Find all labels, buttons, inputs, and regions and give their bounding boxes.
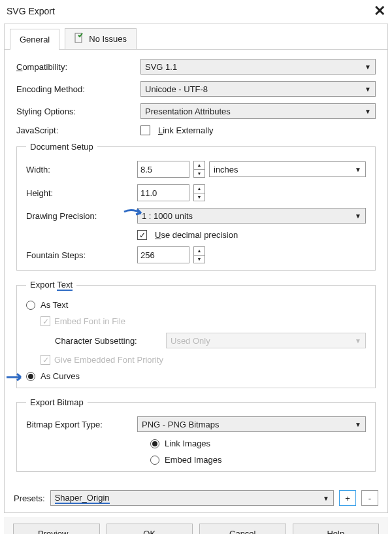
button-bar: Preview... OK Cancel Help bbox=[4, 517, 388, 534]
units-value: inches bbox=[214, 165, 238, 175]
spinner-down-icon[interactable]: ▼ bbox=[194, 256, 204, 263]
close-icon[interactable]: ✕ bbox=[374, 4, 385, 18]
presets-value: Shaper_Origin bbox=[55, 493, 110, 504]
char-subsetting-value: Used Only bbox=[171, 336, 210, 346]
width-spinner[interactable]: ▲▼ bbox=[193, 161, 205, 178]
styling-dropdown[interactable]: Presentation Attributes ▼ bbox=[140, 103, 376, 119]
tab-content: CCompatibility:ompatibility: SVG 1.1 ▼ E… bbox=[5, 50, 387, 490]
compatibility-dropdown[interactable]: SVG 1.1 ▼ bbox=[140, 59, 376, 75]
char-subsetting-label: Character Subsetting: bbox=[55, 336, 166, 346]
spinner-down-icon[interactable]: ▼ bbox=[194, 193, 204, 201]
title-bar: SVG Export ✕ bbox=[0, 0, 392, 20]
document-setup-legend: Document Setup bbox=[26, 142, 97, 152]
caret-down-icon: ▼ bbox=[355, 337, 361, 344]
window-title: SVG Export bbox=[7, 6, 55, 16]
as-curves-radio[interactable] bbox=[26, 372, 35, 381]
export-bitmap-group: Export Bitmap Bitmap Export Type: PNG - … bbox=[16, 397, 376, 472]
precision-value: 1 : 1000 units bbox=[142, 211, 193, 221]
precision-label: Drawing Precision: bbox=[26, 211, 137, 221]
caret-down-icon: ▼ bbox=[323, 495, 329, 502]
presets-dropdown[interactable]: Shaper_Origin ▼ bbox=[50, 490, 334, 506]
embed-images-radio[interactable] bbox=[150, 456, 159, 465]
embed-font-label: Embed Font in File bbox=[54, 316, 125, 326]
preview-button[interactable]: Preview... bbox=[13, 524, 100, 534]
fountain-label: Fountain Steps: bbox=[26, 250, 137, 260]
tab-general[interactable]: General bbox=[10, 29, 59, 50]
export-text-legend: Export TextExport Text bbox=[26, 280, 76, 291]
spinner-up-icon[interactable]: ▲ bbox=[194, 161, 204, 170]
tab-no-issues[interactable]: No Issues bbox=[65, 28, 137, 49]
height-spinner[interactable]: ▲▼ bbox=[193, 184, 205, 201]
link-images-label: Link Images bbox=[165, 439, 210, 448]
presets-label: Presets: bbox=[14, 493, 45, 503]
encoding-dropdown[interactable]: Unicode - UTF-8 ▼ bbox=[140, 81, 376, 97]
styling-label: Styling Options: bbox=[16, 107, 140, 116]
give-priority-checkbox: ✓ bbox=[41, 355, 50, 365]
arrow-annotation-icon bbox=[7, 371, 26, 383]
bitmap-type-value: PNG - PNG Bitmaps bbox=[142, 420, 219, 429]
as-text-radio[interactable] bbox=[26, 301, 35, 310]
bitmap-type-dropdown[interactable]: PNG - PNG Bitmaps ▼ bbox=[137, 416, 366, 432]
units-dropdown[interactable]: inches ▼ bbox=[209, 161, 366, 177]
as-text-label: As Text bbox=[41, 300, 68, 310]
cancel-button[interactable]: Cancel bbox=[199, 524, 286, 534]
embed-images-label: Embed Images bbox=[165, 455, 221, 465]
help-button[interactable]: Help bbox=[293, 524, 380, 534]
compatibility-value: SVG 1.1 bbox=[145, 62, 177, 72]
export-bitmap-legend: Export Bitmap bbox=[26, 397, 88, 407]
compatibility-label: CCompatibility:ompatibility: bbox=[16, 62, 140, 72]
caret-down-icon: ▼ bbox=[365, 63, 371, 71]
dialog-body: General No Issues CCompatibility:ompatib… bbox=[4, 24, 388, 513]
caret-down-icon: ▼ bbox=[365, 108, 371, 115]
caret-down-icon: ▼ bbox=[355, 212, 361, 220]
caret-down-icon: ▼ bbox=[365, 86, 371, 93]
char-subsetting-dropdown: Used Only ▼ bbox=[166, 333, 366, 348]
tab-general-label: General bbox=[20, 35, 50, 44]
link-images-radio[interactable] bbox=[150, 439, 159, 448]
embed-font-checkbox: ✓ bbox=[41, 316, 50, 326]
tab-bar: General No Issues bbox=[5, 28, 387, 50]
width-input[interactable]: 8.5 bbox=[137, 161, 189, 178]
precision-dropdown[interactable]: 1 : 1000 units ▼ bbox=[137, 208, 366, 224]
preset-add-button[interactable]: + bbox=[339, 490, 356, 506]
export-text-group: Export TextExport Text As Text ✓ Embed F… bbox=[16, 280, 376, 388]
encoding-label: Encoding Method: bbox=[16, 84, 140, 94]
javascript-label: JavaScript: bbox=[16, 125, 140, 135]
spinner-up-icon[interactable]: ▲ bbox=[194, 185, 204, 193]
tab-no-issues-label: No Issues bbox=[89, 34, 127, 44]
decimal-precision-label: Use decimal precision bbox=[155, 230, 238, 240]
presets-row: Presets: Shaper_Origin ▼ + - bbox=[5, 490, 387, 512]
fountain-input[interactable]: 256 bbox=[137, 246, 189, 263]
spinner-up-icon[interactable]: ▲ bbox=[194, 247, 204, 256]
link-externally-label: Link Externally bbox=[158, 125, 214, 135]
link-externally-checkbox[interactable] bbox=[140, 125, 150, 135]
styling-value: Presentation Attributes bbox=[145, 107, 231, 116]
as-curves-label: As Curves bbox=[41, 371, 80, 381]
fountain-spinner[interactable]: ▲▼ bbox=[193, 246, 205, 263]
caret-down-icon: ▼ bbox=[355, 421, 361, 428]
preset-remove-button[interactable]: - bbox=[361, 490, 378, 506]
height-label: Height: bbox=[26, 188, 137, 198]
height-input[interactable]: 11.0 bbox=[137, 184, 189, 201]
spinner-down-icon[interactable]: ▼ bbox=[194, 170, 204, 178]
give-priority-label: Give Embedded Font Priority bbox=[54, 355, 163, 365]
checklist-icon bbox=[74, 33, 85, 45]
bitmap-type-label: Bitmap Export Type: bbox=[26, 420, 137, 429]
encoding-value: Unicode - UTF-8 bbox=[145, 84, 208, 94]
decimal-precision-checkbox[interactable]: ✓ bbox=[137, 230, 147, 240]
width-label: Width: bbox=[26, 165, 137, 175]
document-setup-group: Document Setup Width: 8.5 ▲▼ inches ▼ He… bbox=[16, 142, 376, 271]
caret-down-icon: ▼ bbox=[355, 166, 361, 173]
ok-button[interactable]: OK bbox=[106, 524, 193, 534]
